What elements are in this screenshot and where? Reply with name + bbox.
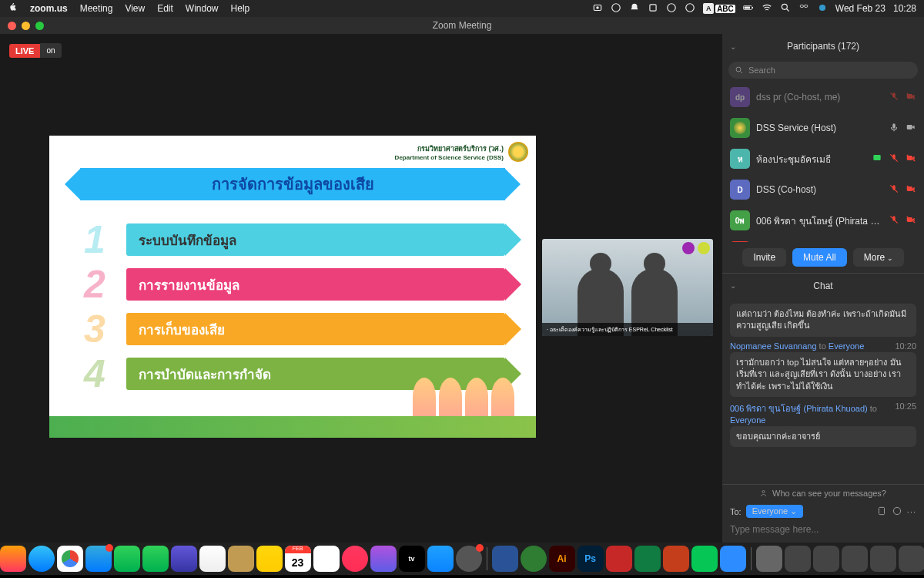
svg-point-9	[782, 4, 787, 9]
line-icon[interactable]	[611, 2, 621, 15]
svg-point-13	[819, 4, 825, 10]
screenrec-icon[interactable]	[592, 2, 603, 15]
svg-rect-21	[907, 125, 912, 129]
chat-message: 006 พิรดา ขุนโอษฐ์ (Phirata Khuoad) to E…	[730, 402, 916, 447]
participant-row[interactable]: dp dss pr (Co-host, me)	[722, 82, 924, 113]
dock-calendar-icon[interactable]: FEB23	[285, 546, 311, 572]
dock-podcasts-icon[interactable]	[370, 546, 397, 572]
menubar-app-name[interactable]: zoom.us	[30, 3, 68, 14]
dock-contacts-icon[interactable]	[228, 546, 254, 572]
dock-zoom-icon[interactable]	[720, 546, 746, 572]
apple-icon[interactable]	[8, 2, 18, 15]
cc-icon[interactable]	[666, 2, 677, 15]
chevron-down-icon[interactable]: ⌄	[730, 281, 736, 290]
chevron-down-icon[interactable]: ⌄	[730, 42, 736, 51]
participants-list[interactable]: dp dss pr (Co-host, me) DSS Service (Hos…	[722, 82, 924, 242]
dock-minimized-4-icon[interactable]	[870, 546, 896, 572]
cam-icon[interactable]	[906, 183, 916, 197]
participants-header[interactable]: ⌄ Participants (172)	[722, 34, 924, 59]
dock-photos-icon[interactable]	[199, 546, 226, 572]
dock-reminders-icon[interactable]	[313, 546, 340, 572]
live-indicator[interactable]: LIVE on	[9, 43, 62, 58]
menubar-date[interactable]: Wed Feb 23	[835, 3, 886, 14]
cam-icon[interactable]	[906, 214, 916, 227]
dock-minimized-1-icon[interactable]	[785, 546, 811, 572]
mic-icon[interactable]	[889, 183, 899, 197]
more-button[interactable]: More ⌄	[853, 248, 904, 267]
cam-icon[interactable]	[906, 153, 916, 166]
dock-minimized-3-icon[interactable]	[842, 546, 868, 572]
chat-messages[interactable]: แต่ถามว่า ต้องไหม ต้องทำค่ะ เพราะถ้าเกิด…	[722, 297, 924, 484]
participant-row[interactable]: 3ข 34.อังคณา ขจรวงศ์วัฒนา	[722, 236, 924, 242]
file-icon[interactable]	[876, 506, 887, 518]
dock-excel-icon[interactable]	[634, 546, 661, 572]
dock-photoshop-icon[interactable]: Ps	[578, 546, 604, 572]
zoom-window-button[interactable]	[35, 22, 44, 30]
dock-launchpad-icon[interactable]	[0, 546, 26, 572]
mute-all-button[interactable]: Mute All	[792, 248, 847, 267]
dock-messages-icon[interactable]	[142, 546, 169, 572]
dock-safari-icon[interactable]	[28, 546, 55, 572]
dock-illustrator-icon[interactable]: Ai	[549, 546, 575, 572]
chat-to-select[interactable]: Everyone ⌄	[746, 505, 804, 518]
dock-minimized-2-icon[interactable]	[813, 546, 839, 572]
emoji-icon[interactable]	[892, 506, 902, 518]
mic-icon[interactable]	[889, 91, 899, 104]
minimize-window-button[interactable]	[22, 22, 30, 30]
dock-teams-icon[interactable]	[171, 546, 197, 572]
dock-powerpoint-icon[interactable]	[663, 546, 689, 572]
notification-icon[interactable]	[629, 2, 640, 15]
menu-view[interactable]: View	[125, 3, 145, 14]
sync-icon[interactable]	[685, 2, 695, 15]
dock-minimized-5-icon[interactable]	[899, 546, 925, 572]
dock-chrome-icon[interactable]	[57, 546, 83, 572]
menu-window[interactable]: Window	[186, 3, 219, 14]
participant-row[interactable]: 0พ 006 พิรดา ขุนโอษฐ์ (Phirata K...	[722, 205, 924, 236]
dock-word-icon[interactable]	[492, 546, 518, 572]
dock-appstore-icon[interactable]	[427, 546, 454, 572]
live-status: on	[40, 43, 61, 58]
dock-facetime-icon[interactable]	[114, 546, 140, 572]
battery-icon[interactable]	[743, 2, 754, 15]
dock-line-icon[interactable]	[691, 546, 718, 572]
dock-appletv-icon[interactable]: tv	[399, 546, 425, 572]
mic-icon[interactable]	[889, 153, 899, 166]
chat-input[interactable]	[730, 524, 916, 535]
dock-notes-icon[interactable]	[256, 546, 283, 572]
spotlight-icon[interactable]	[780, 2, 791, 15]
chat-header[interactable]: ⌄ Chat	[722, 273, 924, 297]
siri-icon[interactable]	[817, 2, 828, 15]
close-window-button[interactable]	[8, 22, 16, 30]
participant-row[interactable]: D DSS (Co-host)	[722, 174, 924, 205]
menu-meeting[interactable]: Meeting	[80, 3, 113, 14]
dock-folder-icon[interactable]	[756, 546, 782, 572]
more-icon[interactable]: ···	[907, 507, 916, 516]
dock-settings-icon[interactable]	[456, 546, 482, 572]
chat-privacy-notice[interactable]: Who can see your messages?	[722, 485, 924, 502]
svg-rect-20	[892, 123, 896, 128]
participant-row[interactable]: ห ห้องประชุมอัครเมธี	[722, 143, 924, 174]
chat-to-row: To: Everyone ⌄ ···	[722, 502, 924, 521]
menu-edit[interactable]: Edit	[157, 3, 173, 14]
mic-icon[interactable]	[889, 214, 899, 227]
dock-mail-icon[interactable]	[85, 546, 112, 572]
menu-help[interactable]: Help	[231, 3, 250, 14]
teamviewer-icon[interactable]	[648, 2, 658, 15]
svg-rect-3	[650, 4, 656, 10]
cam-icon[interactable]	[906, 91, 916, 104]
cam-icon[interactable]	[906, 122, 916, 135]
dock-utorrent-icon[interactable]	[521, 546, 547, 572]
participant-row[interactable]: DSS Service (Host)	[722, 113, 924, 143]
mic-icon[interactable]	[889, 122, 899, 135]
menubar-time[interactable]: 10:28	[893, 3, 916, 14]
svg-rect-7	[752, 7, 753, 8]
invite-button[interactable]: Invite	[742, 248, 786, 267]
speaker-camera[interactable]: · อธะเด็ดองค์ความรู้และปฏิบัติการ ESPReL…	[542, 239, 713, 336]
wifi-icon[interactable]	[762, 2, 772, 15]
svg-point-14	[736, 67, 741, 72]
input-lang-icon[interactable]: AABC	[703, 3, 735, 14]
participants-search[interactable]: Search	[728, 62, 918, 79]
dock-music-icon[interactable]	[342, 546, 368, 572]
dock-mendeley-icon[interactable]	[606, 546, 632, 572]
control-center-icon[interactable]	[798, 2, 809, 15]
